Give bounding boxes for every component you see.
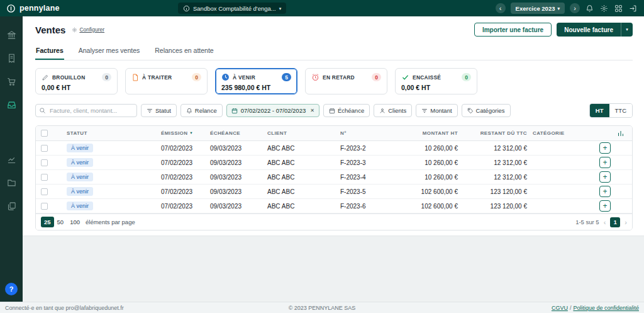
status-card-brouillon[interactable]: BROUILLON 0 0,00 € HT — [35, 68, 118, 94]
row-checkbox[interactable] — [41, 203, 48, 210]
status-badge: À venir — [67, 187, 93, 196]
status-card-a-traiter[interactable]: À TRAITER 0 — [125, 68, 208, 94]
tab-factures[interactable]: Factures — [35, 43, 64, 60]
sidebar-item-sales[interactable] — [0, 94, 23, 117]
col-client[interactable]: CLIENT — [264, 130, 337, 136]
page-size-100[interactable]: 100 — [67, 217, 83, 227]
status-card-en-retard[interactable]: EN RETARD 0 — [305, 68, 387, 94]
close-icon[interactable]: ✕ — [310, 108, 314, 113]
tab-relances-en-attente[interactable]: Relances en attente — [154, 43, 214, 60]
content: Ventes Configurer Importer une facture N… — [23, 16, 644, 236]
status-card-a-venir[interactable]: À VENIR 5 235 980,00 € HT — [215, 68, 297, 94]
sidebar-item-banking[interactable] — [0, 24, 23, 47]
topbar: pennylane Sandbox Comptabilité d'enga...… — [0, 0, 644, 16]
filter-relance-button[interactable]: Relance — [180, 104, 223, 117]
new-invoice-button[interactable]: Nouvelle facture — [557, 23, 621, 37]
new-invoice-split-button: Nouvelle facture ▾ — [557, 23, 633, 37]
card-label: ENCAISSÉ — [413, 74, 441, 81]
add-category-button[interactable]: + — [599, 171, 611, 183]
pennylane-logo-icon — [6, 4, 16, 13]
card-label: BROUILLON — [52, 74, 85, 81]
sort-desc-icon: ▼ — [189, 131, 193, 135]
workspace-selector[interactable]: Sandbox Comptabilité d'enga... ▾ — [178, 3, 286, 14]
filter-statut-button[interactable]: Statut — [141, 104, 177, 117]
exercice-prev-button[interactable]: ‹ — [496, 3, 506, 13]
row-checkbox[interactable] — [41, 174, 48, 181]
numero-cell: F-2023-2 — [337, 145, 406, 152]
import-invoice-button[interactable]: Importer une facture — [474, 23, 552, 37]
filter-montant-button[interactable]: Montant — [416, 104, 457, 117]
sidebar-item-documents[interactable] — [0, 195, 23, 219]
tab-analyser-mes-ventes[interactable]: Analyser mes ventes — [78, 43, 140, 60]
table-row[interactable]: À venir 07/02/2023 09/03/2023 ABC ABC F-… — [36, 141, 632, 156]
status-badge: À venir — [67, 144, 93, 152]
table-row[interactable]: À venir 07/02/2023 09/03/2023 ABC ABC F-… — [36, 156, 632, 170]
search-icon — [39, 107, 46, 115]
add-category-button[interactable]: + — [599, 200, 611, 212]
add-category-button[interactable]: + — [599, 157, 611, 168]
footer: Connecté·e en tant que pro@lafabriquedun… — [0, 302, 644, 313]
date-range-filter-chip[interactable]: 07/02/2022 - 07/02/2023 ✕ — [226, 104, 319, 117]
search-input[interactable] — [35, 104, 137, 117]
sidebar-item-purchases[interactable] — [0, 71, 23, 94]
add-category-button[interactable]: + — [599, 186, 611, 197]
settings-gear-icon[interactable] — [599, 4, 609, 13]
emission-cell: 07/02/2023 — [158, 159, 207, 166]
privacy-policy-link[interactable]: Politique de confidentialité — [573, 305, 639, 311]
filter-categories-button[interactable]: Catégories — [462, 104, 511, 117]
exercice-next-button[interactable]: › — [570, 3, 580, 13]
col-montant-ht[interactable]: MONTANT HT — [406, 130, 460, 136]
toggle-ht[interactable]: HT — [590, 104, 609, 117]
next-page-chevron-icon[interactable]: › — [625, 219, 627, 226]
card-label: EN RETARD — [323, 74, 355, 81]
card-amount: 0,00 € HT — [42, 84, 111, 91]
table-row[interactable]: À venir 07/02/2023 09/03/2023 ABC ABC F-… — [36, 199, 632, 213]
page-size-50[interactable]: 50 — [54, 217, 67, 227]
row-checkbox[interactable] — [41, 188, 48, 195]
new-invoice-caret-button[interactable]: ▾ — [621, 23, 633, 37]
exercice-selector[interactable]: Exercice 2023 ▾ — [511, 3, 565, 14]
filter-clients-label: Clients — [388, 107, 406, 114]
filter-echeance-button[interactable]: Échéance — [323, 104, 370, 117]
calendar-icon — [329, 108, 335, 114]
row-checkbox[interactable] — [41, 159, 48, 166]
table-row[interactable]: À venir 07/02/2023 09/03/2023 ABC ABC F-… — [36, 170, 632, 185]
card-label: À TRAITER — [142, 74, 172, 81]
numero-cell: F-2023-4 — [337, 174, 406, 181]
restant-du-cell: 12 312,00 € — [460, 159, 530, 166]
page-size-25[interactable]: 25 — [41, 217, 54, 227]
column-settings-icon[interactable] — [586, 130, 632, 137]
status-badge: À venir — [67, 173, 93, 181]
status-card-encaisse[interactable]: ENCAISSÉ 0 0,00 € HT — [395, 68, 477, 94]
sidebar-item-clients[interactable] — [0, 172, 23, 195]
numero-cell: F-2023-3 — [337, 159, 406, 166]
col-echeance[interactable]: ÉCHÉANCE — [207, 130, 264, 136]
add-category-button[interactable]: + — [599, 142, 611, 154]
filter-echeance-label: Échéance — [338, 107, 364, 114]
sidebar-item-invoices[interactable] — [0, 47, 23, 71]
gear-icon — [72, 27, 77, 33]
help-button[interactable]: ? — [5, 283, 18, 295]
pennylane-brand[interactable]: pennylane — [6, 4, 60, 13]
logout-icon[interactable] — [628, 4, 638, 13]
col-numero[interactable]: N° — [337, 130, 406, 136]
apps-grid-icon[interactable] — [614, 4, 623, 13]
copy-icon — [7, 202, 16, 212]
select-all-checkbox[interactable] — [41, 130, 48, 137]
col-emission[interactable]: ÉMISSION▼ — [158, 130, 207, 136]
row-checkbox[interactable] — [41, 145, 48, 152]
col-statut: STATUT — [64, 130, 158, 136]
configure-link[interactable]: Configurer — [72, 26, 104, 33]
current-page-button[interactable]: 1 — [610, 217, 620, 227]
table-header: STATUT ÉMISSION▼ ÉCHÉANCE CLIENT N° MONT… — [36, 126, 632, 141]
col-categorie[interactable]: CATÉGORIE — [530, 130, 586, 136]
echeance-cell: 09/03/2023 — [207, 145, 264, 152]
cgvu-link[interactable]: CGVU — [552, 305, 568, 311]
toggle-ttc[interactable]: TTC — [609, 104, 632, 117]
filter-clients-button[interactable]: Clients — [374, 104, 412, 117]
prev-page-chevron-icon[interactable]: ‹ — [604, 219, 606, 226]
sidebar-item-analytics[interactable] — [0, 149, 23, 172]
notifications-bell-icon[interactable] — [585, 4, 594, 13]
col-restant-du[interactable]: RESTANT DÛ TTC — [460, 130, 530, 136]
table-row[interactable]: À venir 07/02/2023 09/03/2023 ABC ABC F-… — [36, 185, 632, 199]
